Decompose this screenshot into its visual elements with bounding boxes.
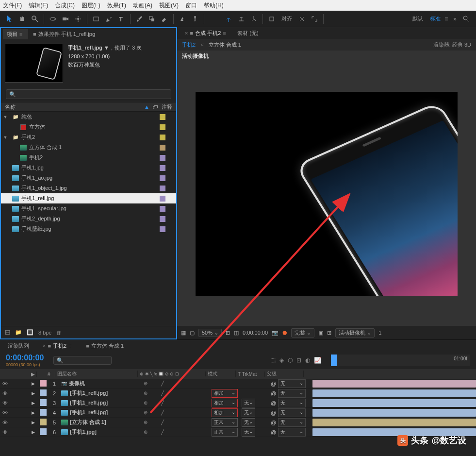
menu-edit[interactable]: 编辑(E)	[29, 1, 48, 10]
roto-tool[interactable]	[177, 13, 188, 25]
parent-dropdown[interactable]: 无⌄	[278, 428, 306, 437]
pickwhip-icon[interactable]: @	[271, 410, 276, 416]
transparency-icon[interactable]: ◫	[234, 330, 239, 336]
tab-timeline-comp2[interactable]: ■ 立方体 合成 1	[82, 341, 128, 351]
shy-icon[interactable]: ⬡	[288, 357, 293, 364]
workspace-default[interactable]: 默认	[410, 15, 426, 22]
pickwhip-icon[interactable]: @	[271, 420, 276, 425]
expand-icon[interactable]	[309, 13, 320, 25]
menu-layer[interactable]: 图层(L)	[82, 1, 100, 10]
layer-row[interactable]: 👁▶4 [手机1_refl.jpg]⊕╱相加⌄无⌄@无⌄	[0, 408, 476, 418]
project-item[interactable]: ▼纯色	[1, 112, 176, 122]
grid-icon[interactable]: ▦	[181, 330, 186, 336]
zoom-tool[interactable]	[29, 13, 41, 25]
blend-mode-dropdown[interactable]: 相加⌄	[212, 389, 238, 398]
blend-mode-dropdown[interactable]: 相加⌄	[212, 408, 238, 417]
layer-row[interactable]: 👁▶1📷 摄像机⊕╱@无⌄	[0, 379, 476, 388]
visibility-toggle[interactable]: 👁	[0, 390, 10, 396]
timecode-display[interactable]: 0:00:00:00	[243, 330, 268, 336]
views-dropdown[interactable]: 1	[378, 330, 381, 336]
visibility-toggle[interactable]: 👁	[0, 410, 10, 416]
view-axis-icon[interactable]	[248, 13, 260, 25]
tab-footage[interactable]: 素材 (无)	[233, 28, 262, 38]
menu-view[interactable]: 视图(V)	[159, 1, 179, 10]
world-axis-icon[interactable]	[235, 13, 247, 25]
frame-blend-icon[interactable]: ⊡	[296, 357, 301, 364]
draft3d-icon[interactable]: ◈	[279, 357, 284, 364]
breadcrumb-precomp[interactable]: 立方体 合成 1	[209, 41, 241, 49]
layer-row[interactable]: 👁▶5 [立方体 合成 1]⊕╱正常⌄无⌄@无⌄	[0, 418, 476, 427]
camera-tool[interactable]	[60, 13, 71, 25]
layer-row[interactable]: 👁▶2 [手机1_refl.jpg]⊕╱相加⌄@无⌄	[0, 388, 476, 398]
breadcrumb-comp[interactable]: 手机2	[182, 41, 196, 49]
channel-icon[interactable]: ⬣	[282, 330, 287, 336]
playhead[interactable]	[331, 355, 337, 366]
parent-dropdown[interactable]: 无⌄	[278, 408, 306, 417]
local-axis-icon[interactable]	[223, 13, 234, 25]
pen-tool[interactable]	[103, 13, 115, 25]
parent-dropdown[interactable]: 无⌄	[278, 379, 306, 388]
blend-mode-dropdown[interactable]: 相加⌄	[212, 399, 238, 407]
menu-composition[interactable]: 合成(C)	[55, 1, 75, 10]
clone-tool[interactable]	[146, 13, 158, 25]
visibility-toggle[interactable]: 👁	[0, 420, 10, 425]
selection-tool[interactable]	[4, 13, 16, 25]
trkmat-dropdown[interactable]: 无⌄	[242, 408, 255, 417]
pickwhip-icon[interactable]: @	[271, 390, 276, 396]
parent-dropdown[interactable]: 无⌄	[278, 399, 306, 407]
tab-composition[interactable]: × ■ 合成 手机2	[180, 28, 231, 38]
graph-editor-icon[interactable]: 📈	[314, 357, 321, 364]
workspace-menu-icon[interactable]	[444, 16, 449, 22]
camera-dropdown[interactable]: 活动摄像机 ⌄	[335, 328, 375, 338]
project-search-input[interactable]	[6, 89, 171, 99]
trash-icon[interactable]: 🗑	[56, 330, 62, 336]
guides-icon[interactable]: ⊞	[327, 330, 331, 336]
menu-animation[interactable]: 动画(A)	[133, 1, 152, 10]
roi-icon[interactable]: ▣	[318, 330, 323, 336]
blend-mode-dropdown[interactable]: 正常⌄	[212, 418, 238, 427]
tab-render-queue[interactable]: 渲染队列	[4, 341, 33, 351]
zoom-dropdown[interactable]: 50% ⌄	[198, 329, 222, 337]
visibility-toggle[interactable]: 👁	[0, 429, 10, 435]
hand-tool[interactable]	[16, 13, 28, 25]
project-item[interactable]: ▼手机2	[1, 132, 176, 142]
project-item[interactable]: 手机壁纸.jpg	[1, 224, 176, 234]
toggle-mask-icon[interactable]: ▢	[190, 330, 195, 336]
snap-icon[interactable]	[266, 13, 278, 25]
renderer-label[interactable]: 渲染器: 经典 3D	[433, 41, 471, 49]
puppet-tool[interactable]	[189, 13, 201, 25]
snap-toggle-icon[interactable]	[296, 13, 308, 25]
workspace-standard[interactable]: 标准	[427, 15, 443, 22]
project-item[interactable]: 手机1_ao.jpg	[1, 173, 176, 183]
snapshot-icon[interactable]: 📷	[272, 330, 279, 336]
resolution-dropdown[interactable]: 完整 ⌄	[291, 328, 314, 338]
trkmat-dropdown[interactable]: 无⌄	[242, 418, 255, 427]
motion-blur-icon[interactable]: ◐	[305, 357, 310, 364]
visibility-toggle[interactable]: 👁	[0, 381, 10, 387]
time-ruler[interactable]: 01:00f	[331, 355, 470, 366]
comp-icon[interactable]: 🔳	[27, 329, 33, 336]
menu-file[interactable]: 文件(F)	[3, 1, 22, 10]
orbit-tool[interactable]	[47, 13, 59, 25]
menu-effect[interactable]: 效果(T)	[107, 1, 126, 10]
current-timecode[interactable]: 0:00:00:00	[6, 354, 44, 362]
project-item[interactable]: 手机2_depth.jpg	[1, 214, 176, 224]
tab-project[interactable]: 项目	[3, 29, 28, 39]
blend-mode-dropdown[interactable]: 正常⌄	[212, 428, 238, 437]
interpret-icon[interactable]: 🎞	[5, 330, 10, 336]
tab-effect-controls[interactable]: ■ 效果控件 手机 1_refl.jpg	[29, 29, 99, 39]
pickwhip-icon[interactable]: @	[271, 381, 276, 387]
pan-behind-tool[interactable]	[72, 13, 84, 25]
project-item[interactable]: 手机1_refl.jpg	[1, 193, 176, 203]
trkmat-dropdown[interactable]: 无⌄	[242, 428, 255, 437]
trkmat-dropdown[interactable]: 无⌄	[242, 399, 255, 407]
col-name[interactable]: 名称	[5, 103, 144, 111]
text-tool[interactable]: T	[115, 13, 127, 25]
eraser-tool[interactable]	[159, 13, 170, 25]
rectangle-tool[interactable]	[90, 13, 102, 25]
search-help-icon[interactable]	[460, 13, 472, 25]
align-label[interactable]: 对齐	[279, 15, 295, 22]
parent-dropdown[interactable]: 无⌄	[278, 418, 306, 427]
brush-tool[interactable]	[133, 13, 145, 25]
menu-help[interactable]: 帮助(H)	[204, 1, 224, 10]
